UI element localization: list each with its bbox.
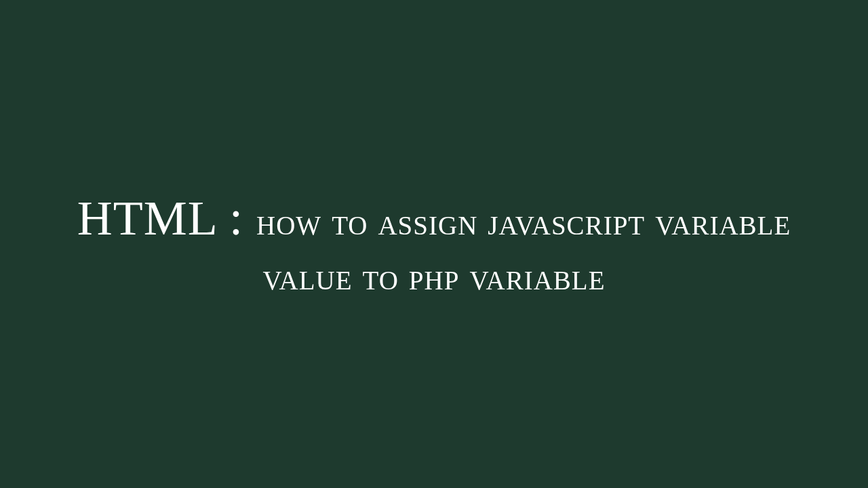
title-slide: HTML : how to assign javascript variable… (0, 186, 868, 303)
title-prefix: HTML : (77, 191, 256, 245)
title-main: how to assign javascript variable value … (256, 201, 791, 298)
